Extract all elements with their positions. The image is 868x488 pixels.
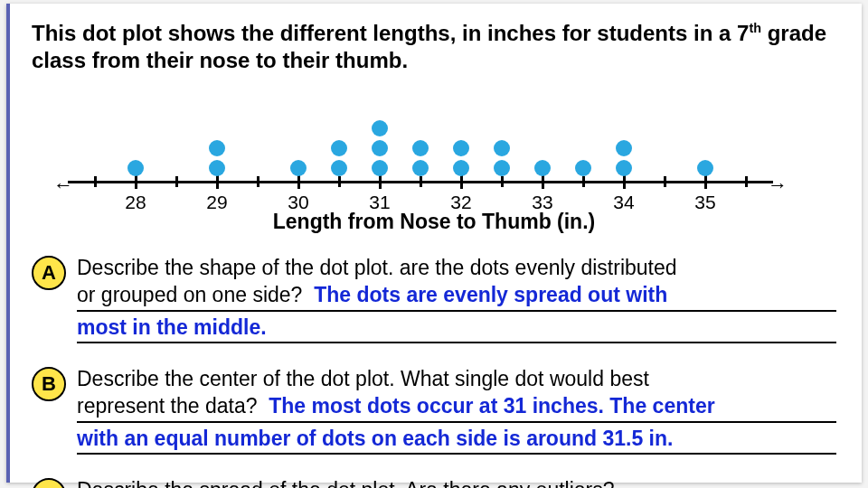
axis-minor-tick	[420, 176, 422, 187]
data-dot	[453, 160, 469, 176]
blank-answer-line	[620, 479, 765, 488]
axis-tick	[135, 174, 137, 189]
answer-text: The most dots occur at 31 inches. The ce…	[269, 394, 714, 418]
data-dot	[127, 160, 144, 176]
bullet-letter: C	[32, 478, 66, 488]
prompt-text: represent the data?	[77, 394, 263, 418]
axis-tick-label: 35	[694, 192, 715, 213]
data-dot	[290, 160, 307, 176]
bullet-letter: A	[32, 256, 66, 290]
prompt-text: Describe the spread of the dot plot. Are…	[77, 478, 615, 488]
axis-tick-label: 32	[450, 192, 471, 213]
data-dot	[412, 160, 429, 176]
data-dot	[209, 140, 225, 156]
axis-tick	[297, 174, 300, 189]
axis-minor-tick	[745, 176, 748, 187]
data-dot	[534, 160, 551, 176]
data-dot	[494, 160, 510, 176]
axis-tick-label: 28	[125, 192, 146, 213]
axis-tick-label: 31	[369, 192, 390, 213]
axis-minor-tick	[501, 176, 504, 187]
dot-plot: ← → 2829303132333435	[68, 98, 773, 206]
data-dot	[616, 140, 632, 156]
axis-tick	[623, 174, 626, 189]
axis-tick	[216, 174, 219, 189]
axis-minor-tick	[338, 176, 341, 187]
question-c: C Describe the spread of the dot plot. A…	[32, 476, 836, 488]
question-body: Describe the spread of the dot plot. Are…	[77, 476, 836, 488]
data-dot	[575, 160, 591, 176]
axis-arrow-right-icon: →	[768, 174, 788, 197]
axis-tick	[542, 174, 544, 189]
data-dot	[616, 160, 632, 176]
axis-tick	[379, 174, 382, 189]
prompt-text: Describe the center of the dot plot. Wha…	[77, 367, 649, 390]
question-body: Describe the shape of the dot plot. are …	[77, 254, 836, 345]
bullet-letter: B	[32, 367, 66, 401]
intro-text: This dot plot shows the different length…	[32, 20, 836, 74]
x-axis-label: Length from Nose to Thumb (in.)	[32, 210, 836, 234]
axis-tick-label: 34	[613, 192, 634, 213]
data-dot	[331, 140, 347, 156]
worksheet-page: This dot plot shows the different length…	[6, 4, 862, 483]
question-b: B Describe the center of the dot plot. W…	[32, 365, 836, 456]
data-dot	[412, 140, 429, 156]
data-dot	[697, 160, 713, 176]
answer-text: with an equal number of dots on each sid…	[77, 427, 673, 450]
data-dot	[209, 160, 225, 176]
axis-tick-label: 30	[288, 192, 308, 213]
data-dot	[372, 140, 388, 156]
axis-minor-tick	[175, 176, 178, 187]
data-dot	[494, 140, 510, 156]
data-dot	[372, 160, 388, 176]
data-dot	[331, 160, 347, 176]
axis-arrow-left-icon: ←	[53, 174, 73, 197]
axis-minor-tick	[257, 176, 259, 187]
axis-minor-tick	[94, 176, 97, 187]
question-body: Describe the center of the dot plot. Wha…	[77, 365, 836, 456]
axis-tick-label: 33	[532, 192, 552, 213]
questions-block: A Describe the shape of the dot plot. ar…	[32, 254, 836, 488]
axis-minor-tick	[582, 176, 585, 187]
data-dot	[372, 120, 388, 136]
question-a: A Describe the shape of the dot plot. ar…	[32, 254, 836, 345]
axis-tick	[460, 174, 463, 189]
axis-minor-tick	[664, 176, 666, 187]
data-dot	[453, 140, 469, 156]
axis-tick	[704, 174, 707, 189]
axis-tick-label: 29	[206, 192, 227, 213]
